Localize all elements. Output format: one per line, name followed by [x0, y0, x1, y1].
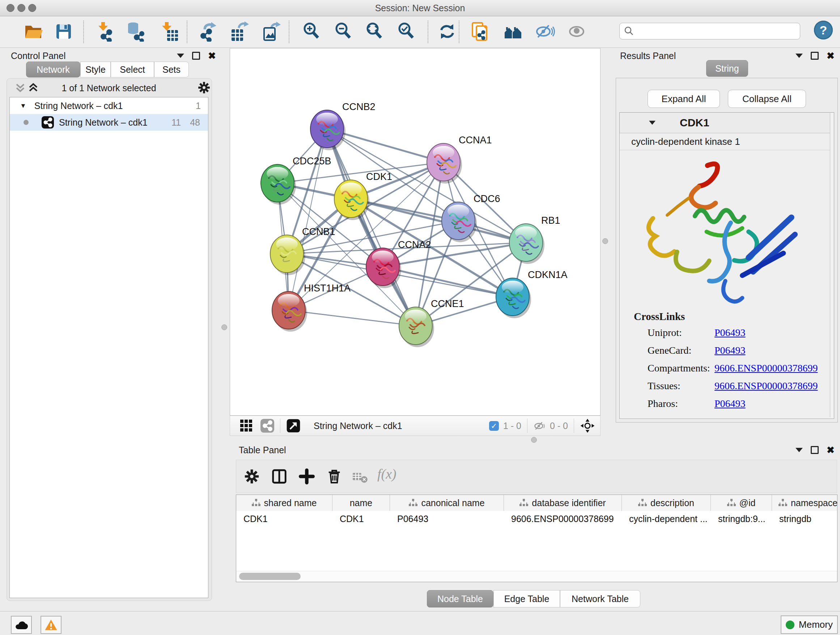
export-network-icon[interactable]: [198, 21, 218, 42]
clone-network-icon[interactable]: [470, 21, 491, 42]
table-cell[interactable]: stringdb:9...: [711, 511, 772, 527]
control-panel-close-icon[interactable]: ✖: [208, 53, 216, 59]
table-panel-close-icon[interactable]: ✖: [827, 447, 835, 453]
table-cell[interactable]: P06493: [390, 511, 504, 527]
node-RB1[interactable]: RB1: [509, 215, 561, 264]
crosslink-tissues-link[interactable]: 9606.ENSP00000378699: [714, 380, 818, 392]
edge-HIST1H1A-CCNE1[interactable]: [289, 310, 416, 326]
open-session-icon[interactable]: [23, 21, 43, 42]
delete-column-trash-icon[interactable]: [326, 468, 343, 485]
fit-content-crosshair-icon[interactable]: [580, 418, 595, 433]
help-button[interactable]: ?: [814, 21, 833, 40]
network-collection-row[interactable]: ▼ String Network – cdk1 1: [10, 97, 208, 114]
save-session-icon[interactable]: [54, 21, 74, 42]
gene-expander-icon[interactable]: [649, 121, 655, 125]
zoom-selected-icon[interactable]: [396, 21, 417, 42]
node-CCNB2[interactable]: CCNB2: [310, 101, 376, 150]
column-header-description[interactable]: description: [622, 495, 711, 511]
bottom-splitter-handle[interactable]: [531, 437, 537, 443]
network-row[interactable]: String Network – cdk1 11 48: [10, 114, 208, 131]
network-canvas[interactable]: CCNB2CCNA1CDC25BCDK1CDC6RB1CCNB1CCNA2CDK…: [230, 48, 600, 416]
tab-style[interactable]: Style: [80, 62, 111, 78]
crosslink-pharos-link[interactable]: P06493: [714, 398, 745, 409]
collapse-all-button[interactable]: Collapse All: [728, 90, 806, 108]
string-home-icon[interactable]: [503, 21, 523, 42]
tab-sets[interactable]: Sets: [154, 62, 189, 78]
table-cell[interactable]: CDK1: [332, 511, 390, 527]
selected-checkbox-icon[interactable]: ✓: [489, 421, 499, 431]
column-header--id[interactable]: @id: [711, 495, 772, 511]
hide-selected-eye-icon[interactable]: [535, 21, 555, 42]
crosslink-genecard-link[interactable]: P06493: [714, 345, 745, 356]
toolbar-separator: [83, 21, 84, 43]
network-view-toolbar: String Network – cdk1 ✓ 1 - 0 0 - 0: [230, 416, 600, 436]
edge-CCNA2-CDKN1A[interactable]: [383, 267, 513, 297]
memory-button[interactable]: Memory: [781, 616, 838, 634]
zoom-in-icon[interactable]: [302, 21, 322, 42]
node-table[interactable]: shared namenamecanonical namedatabase id…: [236, 494, 837, 582]
gene-header[interactable]: CDK1: [620, 112, 833, 133]
control-panel-float-icon[interactable]: [192, 52, 200, 60]
crosslink-compartments-link[interactable]: 9606.ENSP00000378699: [714, 363, 818, 374]
zoom-out-icon[interactable]: [333, 21, 354, 42]
table-cell[interactable]: 9606.ENSP00000378699: [504, 511, 622, 527]
import-network-from-database-icon[interactable]: [126, 21, 146, 42]
grid-view-icon[interactable]: [240, 420, 253, 432]
zoom-fit-icon[interactable]: [365, 21, 385, 42]
left-splitter-handle[interactable]: [221, 325, 227, 330]
collection-expander-icon[interactable]: ▼: [20, 102, 27, 110]
control-panel-menu-icon[interactable]: [177, 54, 184, 58]
table-horizontal-scrollbar[interactable]: [236, 571, 837, 582]
table-panel-menu-icon[interactable]: [796, 448, 803, 452]
export-table-icon[interactable]: [229, 21, 249, 42]
tab-node-table[interactable]: Node Table: [427, 590, 493, 608]
right-splitter-handle[interactable]: [602, 238, 608, 244]
warnings-button[interactable]: [41, 616, 62, 634]
node-label-CCNB2: CCNB2: [342, 101, 376, 112]
show-columns-icon[interactable]: [271, 468, 287, 485]
node-CCNB1[interactable]: CCNB1: [270, 226, 335, 275]
results-panel-menu-icon[interactable]: [796, 54, 803, 58]
tab-network[interactable]: Network: [26, 62, 80, 78]
column-header-name[interactable]: name: [332, 495, 390, 511]
table-row[interactable]: CDK1CDK1P064939606.ENSP00000378699cyclin…: [236, 511, 837, 527]
node-HIST1H1A[interactable]: HIST1H1A: [272, 283, 351, 332]
crosslink-uniprot-link[interactable]: P06493: [714, 327, 745, 339]
table-cell[interactable]: cyclin-dependent ...: [622, 511, 711, 527]
node-CDC25B[interactable]: CDC25B: [261, 156, 332, 204]
table-settings-gear-icon[interactable]: [243, 468, 260, 485]
table-scrollbar-thumb[interactable]: [239, 573, 301, 580]
table-panel-float-icon[interactable]: [811, 446, 819, 454]
import-network-icon[interactable]: [95, 21, 115, 42]
cloud-button[interactable]: [11, 616, 32, 634]
node-CCNA1[interactable]: CCNA1: [427, 135, 492, 184]
export-image-icon[interactable]: [261, 21, 281, 42]
show-all-eye-icon[interactable]: [567, 21, 587, 42]
search-input[interactable]: [634, 26, 791, 36]
column-header-database-identifier[interactable]: database identifier: [504, 495, 622, 511]
string-view-icon[interactable]: [261, 419, 274, 432]
import-table-icon[interactable]: [158, 21, 179, 42]
node-CDKN1A[interactable]: CDKN1A: [496, 269, 568, 318]
apply-layout-icon[interactable]: [437, 21, 457, 42]
expand-all-button[interactable]: Expand All: [647, 90, 720, 108]
tab-edge-table[interactable]: Edge Table: [493, 590, 560, 608]
column-header-shared-name[interactable]: shared name: [236, 495, 332, 511]
node-CCNE1[interactable]: CCNE1: [399, 298, 464, 347]
results-panel-close-icon[interactable]: ✖: [827, 53, 835, 59]
results-panel-float-icon[interactable]: [811, 52, 819, 60]
tab-network-table[interactable]: Network Table: [560, 590, 640, 608]
table-cell[interactable]: CDK1: [236, 511, 332, 527]
tab-select[interactable]: Select: [111, 62, 154, 78]
network-options-gear-icon[interactable]: [197, 81, 211, 95]
birdseye-view-icon[interactable]: [286, 418, 301, 433]
string-network-graph[interactable]: CCNB2CCNA1CDC25BCDK1CDC6RB1CCNB1CCNA2CDK…: [230, 49, 600, 415]
table-cell[interactable]: stringdb: [772, 511, 837, 527]
column-header-namespace[interactable]: namespace: [772, 495, 837, 511]
tab-string-results[interactable]: String: [706, 60, 748, 77]
column-header-label: shared name: [264, 498, 317, 508]
column-header-canonical-name[interactable]: canonical name: [390, 495, 504, 511]
edge-CCNB2-CCNE1[interactable]: [327, 129, 416, 326]
results-vertical-scrollbar[interactable]: [830, 113, 834, 417]
create-column-plus-icon[interactable]: [298, 468, 315, 485]
